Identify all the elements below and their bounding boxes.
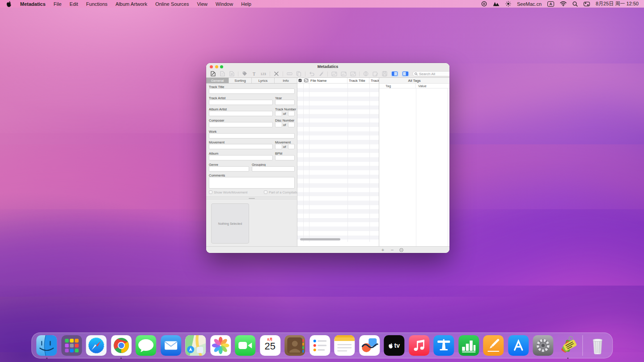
- artwork-export-icon[interactable]: [350, 71, 356, 77]
- track-number-input[interactable]: [275, 111, 282, 116]
- tools-wrench-icon[interactable]: [273, 71, 280, 77]
- apple-menu-icon[interactable]: [6, 1, 12, 7]
- dock-item-trash[interactable]: [587, 335, 608, 356]
- menu-item-file[interactable]: File: [50, 1, 66, 7]
- track-column-header[interactable]: Track: [369, 78, 379, 83]
- rename-field-icon[interactable]: [286, 71, 292, 77]
- menu-item-edit[interactable]: Edit: [66, 1, 82, 7]
- save-icon[interactable]: [381, 71, 388, 77]
- revert-document-icon[interactable]: [229, 71, 235, 77]
- part-of-compilation-checkbox[interactable]: [264, 190, 267, 194]
- tab-lyrics[interactable]: Lyrics: [252, 78, 275, 83]
- menu-item-window[interactable]: Window: [212, 1, 237, 7]
- menu-clock[interactable]: 8月25日 周一 12:50: [596, 0, 639, 7]
- artwork-view-icon[interactable]: [331, 71, 337, 77]
- autofix-pen-icon[interactable]: [318, 71, 324, 77]
- movement-number-input[interactable]: [275, 144, 282, 149]
- input-source-badge[interactable]: A: [547, 1, 554, 7]
- grouping-input[interactable]: [252, 166, 295, 172]
- dock-item-system-settings[interactable]: [533, 335, 553, 356]
- toggle-left-sidebar-button[interactable]: [391, 71, 398, 77]
- clear-tags-button[interactable]: [398, 247, 404, 253]
- movement-input[interactable]: [209, 144, 273, 149]
- artwork-add-icon[interactable]: [340, 71, 347, 77]
- disc-total-input[interactable]: [288, 122, 295, 127]
- dock-item-photos[interactable]: [210, 335, 231, 356]
- dock-item-safari[interactable]: [86, 335, 106, 356]
- year-input[interactable]: [275, 100, 295, 105]
- remove-tag-button[interactable]: −: [389, 247, 395, 253]
- tab-general[interactable]: General: [206, 78, 229, 83]
- spotlight-search-icon[interactable]: [572, 1, 578, 7]
- dock-item-appstore[interactable]: [508, 335, 529, 356]
- album-input[interactable]: [209, 155, 273, 160]
- disc-number-input[interactable]: [275, 122, 282, 127]
- menu-item-view[interactable]: View: [193, 1, 212, 7]
- dock-item-contacts[interactable]: [284, 335, 305, 356]
- artwork-well[interactable]: Nothing Selected: [211, 203, 249, 244]
- dock-item-maps[interactable]: [185, 335, 206, 356]
- tab-sorting[interactable]: Sorting: [229, 78, 252, 83]
- dock-item-keynote[interactable]: [433, 335, 454, 356]
- dock-item-mail[interactable]: [161, 335, 181, 356]
- dock-item-freeform[interactable]: [359, 335, 380, 356]
- dock-item-calendar[interactable]: 8月 25: [260, 335, 280, 356]
- search-field[interactable]: [412, 71, 449, 76]
- dock-item-launchpad[interactable]: [61, 335, 82, 356]
- status-circle-menu-icon[interactable]: [481, 1, 487, 7]
- dock-item-appletv[interactable]: tv: [384, 335, 404, 356]
- track-title-column-header[interactable]: Track Title: [347, 78, 369, 83]
- dock-item-metadatics[interactable]: [558, 335, 578, 356]
- track-title-input[interactable]: [209, 88, 295, 94]
- wifi-icon[interactable]: [560, 1, 567, 6]
- toggle-right-sidebar-button[interactable]: [402, 71, 409, 77]
- close-button[interactable]: [210, 65, 213, 68]
- menu-app-name[interactable]: Metadatics: [16, 1, 50, 7]
- undo-icon[interactable]: [309, 71, 315, 77]
- movement-total-input[interactable]: [288, 144, 295, 149]
- zoom-button[interactable]: [220, 65, 223, 68]
- window-titlebar[interactable]: Metadatics: [206, 63, 449, 70]
- dock-item-chrome[interactable]: [111, 335, 131, 356]
- value-column-header[interactable]: Value: [416, 84, 449, 88]
- bpm-input[interactable]: [275, 155, 295, 160]
- form-artwork-splitter[interactable]: [206, 197, 297, 199]
- dock-item-messages[interactable]: [136, 335, 156, 356]
- composer-input[interactable]: [209, 122, 273, 127]
- new-document-icon[interactable]: [210, 71, 216, 77]
- control-center-icon[interactable]: [584, 2, 590, 6]
- open-document-icon[interactable]: [219, 71, 225, 77]
- artwork-column-header[interactable]: [303, 78, 309, 83]
- status-brightness-icon[interactable]: [505, 1, 511, 7]
- file-name-column-header[interactable]: File Name: [309, 78, 347, 83]
- comments-textarea[interactable]: [209, 177, 295, 189]
- tag-column-header[interactable]: Tag: [379, 84, 416, 88]
- dock-item-finder[interactable]: [36, 335, 57, 356]
- tags-table-body[interactable]: [379, 88, 449, 246]
- track-total-input[interactable]: [288, 111, 295, 116]
- copy-tags-icon[interactable]: [296, 71, 302, 77]
- modified-column-header[interactable]: [297, 78, 303, 83]
- genre-input[interactable]: [209, 166, 249, 172]
- dock-item-facetime[interactable]: [235, 335, 255, 356]
- text-tool-icon[interactable]: T: [251, 71, 257, 77]
- minimize-button[interactable]: [215, 65, 218, 68]
- status-seemac-text[interactable]: SeeMac.cn: [517, 1, 542, 7]
- file-table-body[interactable]: [297, 84, 379, 242]
- album-artist-input[interactable]: [209, 111, 273, 116]
- dock-item-music[interactable]: [409, 335, 429, 356]
- numbers-tool-icon[interactable]: 123: [260, 71, 267, 77]
- search-input[interactable]: [419, 72, 449, 76]
- menu-item-album-artwork[interactable]: Album Artwork: [111, 1, 151, 7]
- show-work-movement-checkbox[interactable]: [209, 190, 212, 194]
- tab-info[interactable]: Info: [275, 78, 297, 83]
- dock-item-notes[interactable]: [334, 335, 355, 356]
- dock-item-pages[interactable]: [483, 335, 504, 356]
- disc-icon[interactable]: [363, 71, 369, 77]
- work-input[interactable]: [209, 133, 295, 139]
- menu-item-functions[interactable]: Functions: [82, 1, 112, 7]
- file-table-horizontal-scrollbar[interactable]: [300, 238, 340, 240]
- track-artist-input[interactable]: [209, 100, 273, 105]
- artwork-edit-icon[interactable]: [372, 71, 378, 77]
- tag-tool-icon[interactable]: [242, 71, 248, 77]
